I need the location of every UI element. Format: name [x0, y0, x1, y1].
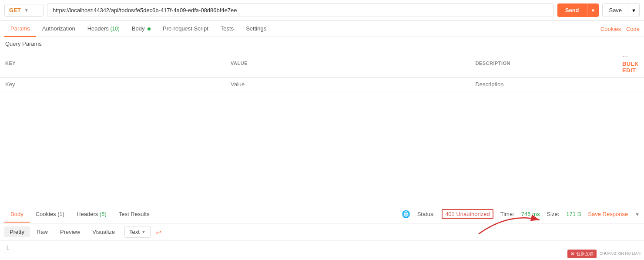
tab-settings[interactable]: Settings: [240, 21, 272, 37]
method-label: GET: [9, 7, 21, 14]
col-value: VALUE: [225, 49, 470, 78]
more-options-button[interactable]: ···: [622, 53, 628, 61]
table-row: [0, 78, 644, 91]
resp-headers-badge: (5): [100, 211, 107, 217]
tab-params[interactable]: Params: [4, 21, 36, 37]
key-input[interactable]: [5, 81, 220, 88]
col-actions: ··· Bulk Edit: [617, 49, 644, 78]
text-type-dropdown[interactable]: Text ▼: [124, 226, 151, 238]
response-tab-body[interactable]: Body: [4, 206, 30, 223]
response-tab-headers[interactable]: Headers (5): [70, 206, 113, 223]
params-table: KEY VALUE DESCRIPTION ··· Bulk Edit: [0, 49, 644, 91]
size-label: Size:: [547, 211, 559, 217]
response-tab-cookies[interactable]: Cookies (1): [30, 206, 70, 223]
fmt-tab-preview[interactable]: Preview: [55, 226, 85, 237]
fmt-tab-raw[interactable]: Raw: [31, 226, 53, 237]
line-number: 1: [6, 244, 9, 251]
save-dropdown-button[interactable]: ▼: [628, 3, 640, 17]
request-body-area: [0, 91, 644, 205]
status-value: 401 Unauthorized: [442, 209, 493, 219]
save-button[interactable]: Save: [602, 3, 628, 17]
tab-headers[interactable]: Headers (10): [81, 21, 126, 37]
response-tab-test-results[interactable]: Test Results: [113, 206, 156, 223]
save-response-chevron-icon[interactable]: ▼: [635, 212, 640, 217]
status-label: Status:: [417, 211, 435, 217]
text-type-label: Text: [129, 229, 140, 235]
tab-cookies-right[interactable]: Cookies: [600, 21, 621, 37]
time-value: 745 ms: [521, 211, 540, 217]
body-dot-icon: [148, 27, 151, 30]
method-select[interactable]: GET ▼: [4, 4, 44, 17]
right-tabs: Cookies Code: [600, 21, 640, 37]
method-chevron-icon: ▼: [24, 8, 29, 13]
send-group: Send ▼: [557, 3, 599, 17]
url-input[interactable]: [47, 3, 554, 17]
top-bar: GET ▼ Send ▼ Save ▼: [0, 0, 644, 21]
save-group: Save ▼: [602, 3, 640, 17]
format-tabs: Pretty Raw Preview Visualize Text ▼ ⇌: [0, 223, 644, 241]
tab-authorization[interactable]: Authorization: [36, 21, 81, 37]
time-label: Time:: [500, 211, 514, 217]
response-body: 1: [0, 241, 644, 258]
wrap-icon[interactable]: ⇌: [156, 228, 161, 236]
response-tabs: Body Cookies (1) Headers (5) Test Result…: [0, 205, 644, 223]
watermark-logo: ✕: [570, 251, 574, 257]
watermark-box: ✕ 创新互联: [567, 250, 597, 258]
tab-prerequest[interactable]: Pre-request Script: [157, 21, 215, 37]
response-meta: 🌐 Status: 401 Unauthorized Time: 745 ms …: [402, 209, 640, 219]
send-button[interactable]: Send: [557, 3, 587, 17]
bulk-edit-link[interactable]: Bulk Edit: [622, 61, 639, 74]
tab-tests[interactable]: Tests: [215, 21, 240, 37]
watermark: ✕ 创新互联 CHUANG XIN HU LIAN: [567, 250, 641, 258]
send-dropdown-button[interactable]: ▼: [587, 3, 599, 17]
fmt-tab-pretty[interactable]: Pretty: [4, 226, 30, 237]
col-key: KEY: [0, 49, 225, 78]
size-value: 171 B: [566, 211, 581, 217]
fmt-tab-visualize[interactable]: Visualize: [87, 226, 120, 237]
tab-body[interactable]: Body: [126, 21, 157, 37]
watermark-text: CHUANG XIN HU LIAN: [599, 251, 641, 257]
request-tabs: Params Authorization Headers (10) Body P…: [0, 21, 644, 37]
globe-icon: 🌐: [402, 210, 410, 218]
query-params-label: Query Params: [0, 37, 644, 49]
value-input[interactable]: [231, 81, 465, 88]
headers-badge: (10): [110, 26, 119, 32]
desc-input[interactable]: [475, 81, 612, 88]
save-response-button[interactable]: Save Response: [588, 211, 628, 217]
app-layout: GET ▼ Send ▼ Save ▼ Params Authorization…: [0, 0, 644, 260]
watermark-brand: 创新互联: [576, 251, 594, 257]
text-type-chevron-icon: ▼: [141, 230, 146, 234]
col-desc: DESCRIPTION: [470, 49, 617, 78]
tab-code-right[interactable]: Code: [626, 21, 640, 37]
